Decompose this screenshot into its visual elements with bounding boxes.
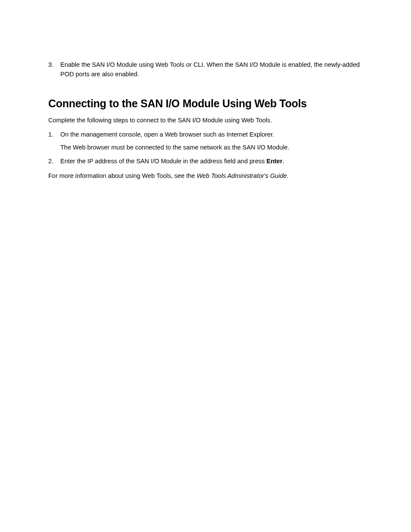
step-text: Enable the SAN I/O Module using Web Tool…: [60, 60, 368, 79]
step-number: 2.: [48, 157, 60, 166]
step-number: 3.: [48, 60, 60, 79]
text-bold: Enter: [267, 158, 283, 165]
footer-pre: For more information about using Web Too…: [48, 172, 196, 179]
section-heading: Connecting to the SAN I/O Module Using W…: [48, 97, 368, 110]
step-text: On the management console, open a Web br…: [60, 130, 368, 140]
step-subtext: The Web browser must be connected to the…: [60, 143, 368, 152]
footer-paragraph: For more information about using Web Too…: [48, 171, 368, 181]
footer-post: .: [287, 172, 289, 179]
intro-paragraph: Complete the following steps to connect …: [48, 116, 368, 125]
step-text: Enter the IP address of the SAN I/O Modu…: [60, 157, 368, 166]
text-pre: Enter the IP address of the SAN I/O Modu…: [60, 158, 267, 165]
footer-italic: Web Tools Administrator's Guide: [196, 172, 286, 179]
step-number: 1.: [48, 130, 60, 140]
list-item: 2. Enter the IP address of the SAN I/O M…: [48, 157, 368, 166]
steps-list: 1. On the management console, open a Web…: [48, 130, 368, 166]
top-numbered-step: 3. Enable the SAN I/O Module using Web T…: [48, 60, 368, 79]
list-item: 1. On the management console, open a Web…: [48, 130, 368, 152]
text-post: .: [283, 158, 284, 165]
